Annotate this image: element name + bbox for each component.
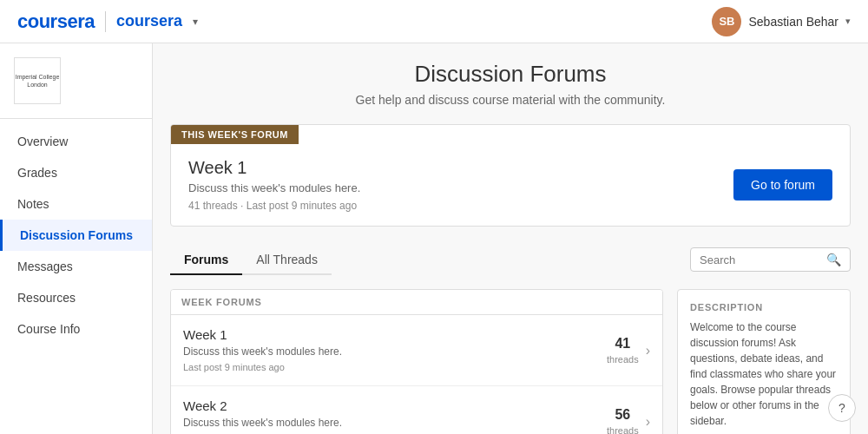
nav-left: coursera coursera ▾ — [17, 10, 198, 33]
tab-forums[interactable]: Forums — [170, 246, 242, 275]
this-week-forum-body: Week 1 Discuss this week's modules here.… — [171, 144, 850, 226]
college-logo-text: Imperial CollegeLondon — [16, 73, 60, 89]
coursera-logo-left[interactable]: coursera — [17, 10, 95, 33]
forum-item-week1-info: Week 1 Discuss this week's modules here.… — [183, 327, 342, 373]
this-week-title: Week 1 — [188, 158, 360, 178]
sidebar: Imperial CollegeLondon Overview Grades N… — [0, 43, 153, 434]
sidebar-item-notes[interactable]: Notes — [0, 188, 152, 220]
this-week-forum-info: Week 1 Discuss this week's modules here.… — [188, 158, 360, 212]
forum-item-week2-thread-label: threads — [607, 425, 639, 435]
forum-item-week2[interactable]: Week 2 Discuss this week's modules here.… — [171, 386, 662, 434]
this-week-badge: THIS WEEK'S FORUM — [171, 125, 299, 144]
forum-item-week1[interactable]: Week 1 Discuss this week's modules here.… — [171, 315, 662, 386]
search-icon: 🔍 — [826, 253, 841, 266]
user-name-label: Sebastian Behar — [748, 15, 838, 29]
description-text: Welcome to the course discussion forums!… — [690, 319, 838, 429]
page-subtitle: Get help and discuss course material wit… — [170, 93, 851, 107]
sidebar-item-discussion-forums[interactable]: Discussion Forums — [0, 220, 152, 251]
main-layout: Imperial CollegeLondon Overview Grades N… — [0, 43, 868, 434]
description-box: DESCRIPTION Welcome to the course discus… — [677, 289, 851, 434]
nav-dropdown-icon[interactable]: ▾ — [193, 16, 198, 28]
forum-item-week2-info: Week 2 Discuss this week's modules here.… — [183, 398, 342, 434]
forum-item-week1-thread-count: 41 — [607, 336, 639, 352]
user-dropdown-icon[interactable]: ▾ — [845, 16, 851, 27]
sidebar-logo: Imperial CollegeLondon — [0, 43, 152, 119]
forum-item-week1-desc: Discuss this week's modules here. — [183, 345, 342, 358]
sidebar-item-messages[interactable]: Messages — [0, 251, 152, 282]
forum-item-week1-chevron: › — [646, 343, 650, 358]
forum-item-week2-thread-count: 56 — [607, 407, 639, 423]
page-title: Discussion Forums — [170, 61, 851, 88]
right-sidebar: DESCRIPTION Welcome to the course discus… — [677, 289, 851, 434]
sidebar-item-overview[interactable]: Overview — [0, 126, 152, 157]
forum-item-week2-desc: Discuss this week's modules here. — [183, 417, 342, 429]
tabs-search-row: Forums All Threads 🔍 — [170, 244, 851, 275]
forum-item-week2-threads: 56 threads — [607, 407, 639, 435]
forum-tabs: Forums All Threads — [170, 244, 332, 275]
forum-item-week2-chevron: › — [646, 414, 650, 430]
coursera-logo-right[interactable]: coursera — [116, 12, 182, 30]
forum-list: WEEK FORUMS Week 1 Discuss this week's m… — [170, 289, 663, 434]
forum-item-week1-threads: 41 threads — [607, 336, 639, 365]
nav-divider — [105, 11, 106, 32]
college-logo-image: Imperial CollegeLondon — [14, 57, 61, 104]
this-week-forum-card: THIS WEEK'S FORUM Week 1 Discuss this we… — [170, 124, 851, 227]
sidebar-item-course-info[interactable]: Course Info — [0, 313, 152, 345]
search-box[interactable]: 🔍 — [690, 247, 851, 272]
sidebar-item-resources[interactable]: Resources — [0, 282, 152, 313]
nav-right: SB Sebastian Behar ▾ — [712, 7, 851, 36]
page-title-container: Discussion Forums — [170, 61, 851, 88]
forum-item-week1-right: 41 threads › — [607, 336, 650, 365]
description-title: DESCRIPTION — [690, 302, 838, 312]
main-content: Discussion Forums Get help and discuss c… — [153, 43, 868, 434]
forum-item-week2-title: Week 2 — [183, 398, 342, 413]
forum-item-week1-title: Week 1 — [183, 327, 342, 342]
help-button[interactable]: ? — [828, 394, 856, 422]
user-avatar: SB — [712, 7, 741, 36]
forum-item-week2-right: 56 threads › — [607, 407, 650, 435]
sidebar-item-grades[interactable]: Grades — [0, 157, 152, 188]
two-column-layout: WEEK FORUMS Week 1 Discuss this week's m… — [170, 289, 851, 434]
forum-item-week1-meta: Last post 9 minutes ago — [183, 362, 285, 372]
go-to-forum-button[interactable]: Go to forum — [733, 169, 832, 201]
this-week-meta: 41 threads · Last post 9 minutes ago — [188, 200, 357, 212]
top-navigation: coursera coursera ▾ SB Sebastian Behar ▾ — [0, 0, 868, 43]
sidebar-nav: Overview Grades Notes Discussion Forums … — [0, 119, 152, 352]
week-forums-header: WEEK FORUMS — [171, 290, 662, 315]
forums-column: WEEK FORUMS Week 1 Discuss this week's m… — [170, 289, 663, 434]
this-week-description: Discuss this week's modules here. — [188, 181, 360, 194]
forum-item-week1-thread-label: threads — [607, 354, 639, 365]
tab-all-threads[interactable]: All Threads — [242, 246, 332, 275]
search-input[interactable] — [700, 253, 821, 266]
help-icon: ? — [838, 401, 845, 415]
